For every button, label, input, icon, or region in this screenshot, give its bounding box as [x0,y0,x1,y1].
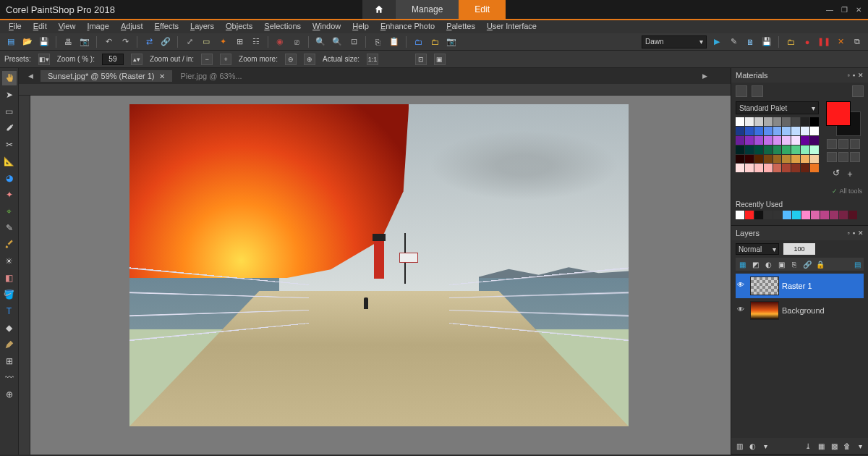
layer-row-background[interactable]: 👁 Background [736,298,864,323]
preset-picker[interactable]: ◧▾ [38,54,50,65]
merge-down[interactable]: ⤓ [803,441,813,451]
color-swatch[interactable] [810,145,819,154]
menu-help[interactable]: Help [348,22,373,30]
color-swatch[interactable] [736,127,744,135]
canvas-image[interactable] [129,104,629,426]
pan-tool[interactable] [2,71,17,85]
shape-tool[interactable]: ◆ [2,321,17,335]
warp-tool[interactable]: ⊞ [2,354,17,368]
recent-swatch[interactable] [773,211,782,219]
menu-image[interactable]: Image [82,22,114,30]
color-swatch[interactable] [810,155,819,164]
color-swatch[interactable] [764,155,773,164]
color-swatch[interactable] [754,117,763,126]
script-edit-button[interactable]: ✎ [727,35,740,48]
fit-window-button[interactable]: ⊡ [347,35,360,48]
recent-swatch[interactable] [792,211,801,219]
color-swatch[interactable] [791,136,800,145]
materials-tab-swatches[interactable] [736,85,747,97]
recent-swatch[interactable] [830,211,838,219]
new-group[interactable]: ▣ [776,259,786,269]
color-swatch[interactable] [754,127,763,135]
tab-scroll-left[interactable]: ◀ [26,69,35,83]
recent-swatch[interactable] [736,211,744,219]
close-button[interactable]: ✕ [854,4,864,14]
clone-tool[interactable]: ⌖ [2,204,17,219]
color-swatch[interactable] [736,155,744,164]
toggle-2a[interactable] [827,152,837,162]
recent-swatch[interactable] [745,211,754,219]
color-swatch[interactable] [745,145,754,154]
zoom-out-button[interactable]: 🔍 [331,35,344,48]
open-file-button[interactable]: 📂 [21,35,34,48]
fill-button[interactable]: ▣ [434,54,446,65]
pick-tool[interactable]: ➤ [2,88,17,102]
color-swatch[interactable] [791,127,800,135]
visibility-icon[interactable]: 👁 [737,281,747,291]
color-swatch[interactable] [745,127,754,135]
color-swatch[interactable] [810,127,819,135]
straighten-tool[interactable]: 📐 [2,154,17,169]
dropper-tool[interactable] [2,121,17,135]
palette-combo[interactable]: Standard Palet ▾ [736,101,819,114]
tab-scroll-right[interactable]: ▶ [700,69,709,83]
new-file-button[interactable]: ▤ [4,35,17,48]
lighten-tool[interactable]: ☀ [2,254,17,269]
foreground-swatch[interactable] [826,101,851,126]
recent-swatch[interactable] [848,211,857,219]
crop-grid-button[interactable]: ⊞ [233,35,246,48]
color-swatch[interactable] [736,136,744,145]
menu-objects[interactable]: Objects [221,22,257,30]
color-swatch[interactable] [791,164,800,172]
launch-button[interactable]: ◉ [273,35,286,48]
toggle-2c[interactable] [850,152,860,162]
color-swatch[interactable] [736,145,744,154]
recent-swatch[interactable] [764,211,773,219]
color-swatch[interactable] [764,145,773,154]
zoom-in-step[interactable]: + [220,54,231,65]
folder1-button[interactable]: 🗀 [412,35,425,48]
toggle-transparent[interactable] [838,139,848,149]
color-swatch[interactable] [782,136,791,145]
recent-swatch[interactable] [811,211,820,219]
color-swatch[interactable] [773,145,782,154]
folder2-button[interactable]: 🗀 [428,35,441,48]
picture-frame-button[interactable]: ▭ [200,35,213,48]
color-swatch[interactable] [764,127,773,135]
play-script-button[interactable]: ▶ [710,35,723,48]
color-swatch[interactable] [791,145,800,154]
color-swatch[interactable] [810,136,819,145]
menu-enhance-photo[interactable]: Enhance Photo [376,22,439,30]
redeye-tool[interactable]: ◕ [2,171,17,185]
menu-view[interactable]: View [54,22,80,30]
color-swatch[interactable] [745,117,754,126]
selection-tool[interactable]: ▭ [2,104,17,119]
paste-button[interactable]: 📋 [388,35,401,48]
color-swatch[interactable] [810,164,819,172]
visibility-icon[interactable]: 👁 [737,305,747,316]
recent-swatch[interactable] [820,211,829,219]
color-swatch[interactable] [773,117,782,126]
share-button[interactable]: ⇄ [142,35,156,48]
fit-button[interactable]: ⊡ [415,54,427,65]
text-tool[interactable]: T [2,304,17,318]
new-adjustment-layer[interactable]: ◐ [763,259,773,269]
print-button[interactable]: 🖶 [61,35,75,48]
zoom-more-out[interactable]: ⊖ [285,54,297,65]
canvas-viewport[interactable] [19,96,731,455]
color-swatch[interactable] [773,164,782,172]
expand-all[interactable]: ▦ [816,441,826,451]
eraser-tool[interactable]: ◧ [2,271,17,285]
color-swatch[interactable] [782,127,791,135]
layers-panel-header[interactable]: Layers ▫▪✕ [731,226,868,240]
color-swatch[interactable] [745,164,754,172]
recent-swatch[interactable] [783,211,791,219]
resize-button[interactable]: ⤢ [183,35,196,48]
menu-edit[interactable]: Edit [29,22,51,30]
add-swatch-icon[interactable]: ＋ [846,168,854,180]
menu-user-interface[interactable]: User Interface [482,22,541,30]
pause-record-button[interactable]: ❚❚ [817,35,830,48]
record-button[interactable]: ● [801,35,814,48]
new-raster-layer[interactable]: ▦ [737,259,747,269]
maximize-icon[interactable]: ▪ [853,72,855,79]
